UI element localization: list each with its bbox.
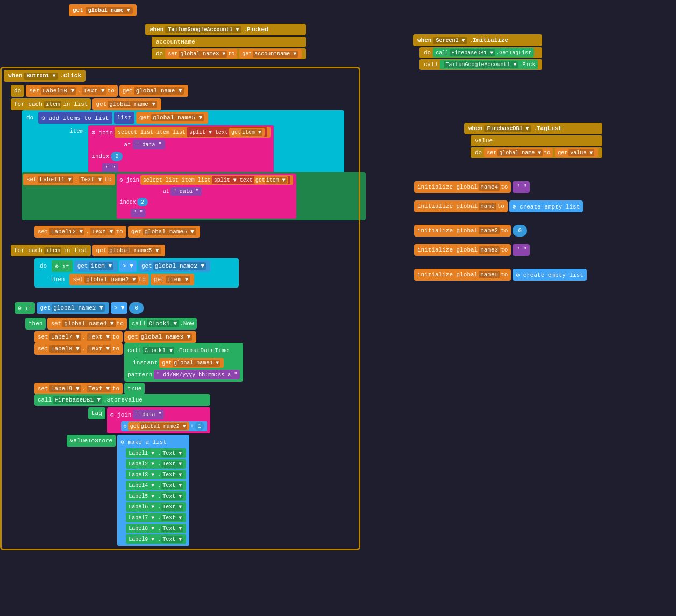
blocks-canvas: get global name ▼ when TaifunGoogleAccou… <box>0 0 676 616</box>
then-set-name4[interactable]: then set global name4 ▼ to call Clock1 ▼… <box>25 318 197 330</box>
when-taifun-picked[interactable]: when TaifunGoogleAccount1 ▼ .Picked acco… <box>145 24 306 59</box>
init-global-name3[interactable]: initialize global name3 to " " <box>414 244 530 256</box>
when-button1-click[interactable]: when Button1 ▼ .Click <box>4 70 86 82</box>
set-label7-text[interactable]: set Label7 ▼ . Text ▼ to get global name… <box>34 331 196 343</box>
when-firebase-taglist[interactable]: when FirebaseDB1 ▼ .TagList value do set… <box>464 123 602 158</box>
set-label9-text[interactable]: set Label9 ▼ . Text ▼ to true <box>34 383 145 395</box>
when-screen1-init[interactable]: when Screen1 ▼ .Initialize do call Fireb… <box>413 34 542 70</box>
set-label12-text[interactable]: set Label12 ▼ . Text ▼ to get global nam… <box>34 226 200 238</box>
for-each-item-list[interactable]: for each item in list get global name ▼ <box>11 98 161 110</box>
firebase-store-value: call FirebaseDB1 ▼ .StoreValue tag ⚙ joi… <box>34 394 210 546</box>
init-global-name5[interactable]: initialize global name5 to ⚙ create empt… <box>414 269 587 281</box>
for-each-item2[interactable]: for each item in list get global name5 ▼ <box>11 245 165 256</box>
if-global-name2[interactable]: ⚙ if get global name2 ▼ > ▼ 0 <box>15 302 144 314</box>
set-label10-text[interactable]: do set Label10 ▼ . Text ▼ to get global … <box>11 85 188 97</box>
set-label8-text: set Label8 ▼ . Text ▼ to call Clock1 ▼ .… <box>34 343 243 382</box>
init-global-name4[interactable]: initialize global name4 to " " <box>414 181 530 193</box>
init-global-name2[interactable]: initialize global name2 to 0 <box>414 225 527 237</box>
add-items-container: do ⚙ add items to list list get global n… <box>22 110 344 178</box>
init-global-name[interactable]: initialize global name to ⚙ create empty… <box>414 200 583 212</box>
set-label11-container: set Label11 ▼ . Text ▼ to ⚙ join select … <box>22 172 366 220</box>
do-if-container: do ⚙ if get item ▼ > ▼ get global name2 … <box>34 258 239 288</box>
get-global-name-top[interactable]: get global name ▼ <box>69 4 137 16</box>
